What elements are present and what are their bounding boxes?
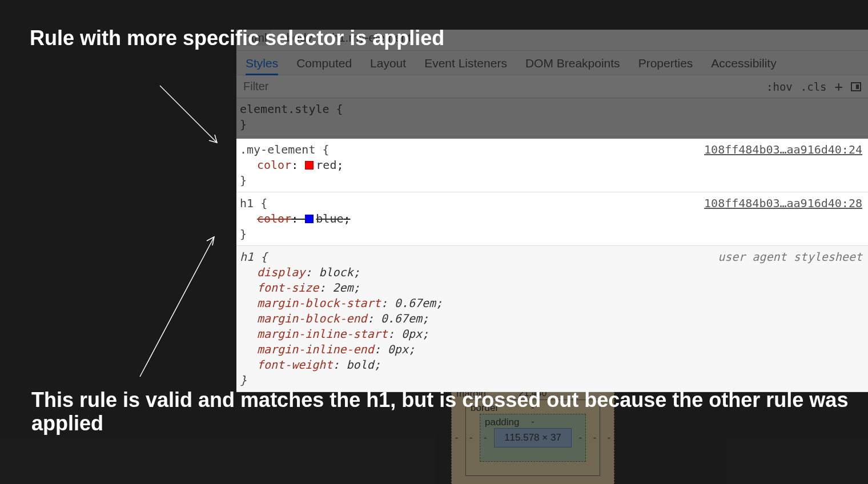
tab-event-listeners[interactable]: Event Listeners xyxy=(424,57,507,71)
rule-my-element[interactable]: 108ff484b03…aa916d40:24 .my-element { co… xyxy=(236,139,868,192)
tab-styles[interactable]: Styles xyxy=(246,57,278,75)
rule-h1[interactable]: 108ff484b03…aa916d40:28 h1 { color: blue… xyxy=(236,192,868,246)
filter-input[interactable] xyxy=(236,75,760,98)
prop-value-red[interactable]: red xyxy=(316,158,336,172)
tab-dom-breakpoints[interactable]: DOM Breakpoints xyxy=(525,57,620,71)
selector-element-style: element.style xyxy=(240,102,336,116)
source-link-h1[interactable]: 108ff484b03…aa916d40:28 xyxy=(704,196,862,211)
rule-element-style[interactable]: element.style { } xyxy=(236,98,868,136)
arrow-top xyxy=(154,80,234,154)
ua-prop: font-weight: bold; xyxy=(240,357,862,373)
hov-toggle[interactable]: :hov xyxy=(766,80,793,93)
new-style-rule-button[interactable]: + xyxy=(835,79,843,95)
color-swatch-blue[interactable] xyxy=(305,215,314,223)
tab-accessibility[interactable]: Accessibility xyxy=(711,57,776,71)
prop-name-color[interactable]: color xyxy=(257,158,291,172)
filter-row: :hov .cls + xyxy=(236,75,868,98)
tab-properties[interactable]: Properties xyxy=(638,57,693,71)
svg-line-1 xyxy=(140,237,214,377)
ua-prop: margin-inline-start: 0px; xyxy=(240,326,862,342)
source-link-my-element[interactable]: 108ff484b03…aa916d40:24 xyxy=(704,142,862,158)
user-agent-label: user agent stylesheet xyxy=(718,249,862,265)
rule-user-agent: user agent stylesheet h1 { display: bloc… xyxy=(236,246,868,392)
selector-my-element: .my-element xyxy=(240,143,323,156)
color-swatch-red[interactable] xyxy=(305,161,314,170)
arrow-bottom xyxy=(131,228,228,388)
selector-h1: h1 xyxy=(240,196,260,210)
ua-prop: margin-block-start: 0.67em; xyxy=(240,296,862,311)
ua-prop: display: block; xyxy=(240,265,862,280)
toggle-panel-icon[interactable] xyxy=(851,82,861,91)
cls-toggle[interactable]: .cls xyxy=(801,80,827,93)
tab-layout[interactable]: Layout xyxy=(370,57,406,71)
annotation-bottom: This rule is valid and matches the h1, b… xyxy=(31,388,868,435)
selector-ua-h1: h1 xyxy=(240,250,260,264)
ua-prop: font-size: 2em; xyxy=(240,280,862,296)
ua-prop: margin-block-end: 0.67em; xyxy=(240,311,862,326)
prop-name-color-overridden[interactable]: color xyxy=(257,212,291,225)
ua-prop: margin-inline-end: 0px; xyxy=(240,342,862,357)
annotation-top: Rule with more specific selector is appl… xyxy=(30,26,444,50)
devtools-tabs: Styles Computed Layout Event Listeners D… xyxy=(236,51,868,75)
svg-line-0 xyxy=(160,86,217,143)
tab-computed[interactable]: Computed xyxy=(296,57,352,71)
prop-value-blue[interactable]: blue xyxy=(316,212,343,225)
